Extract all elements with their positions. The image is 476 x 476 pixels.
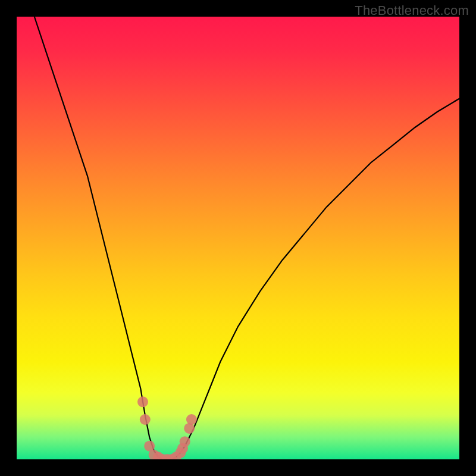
bottleneck-curve — [35, 17, 459, 459]
highlight-marker — [140, 414, 151, 425]
highlight-marker — [180, 436, 190, 447]
watermark-text: TheBottleneck.com — [355, 3, 469, 18]
plot-area — [17, 17, 459, 459]
curve-layer — [17, 17, 459, 459]
highlight-marker — [137, 396, 148, 407]
chart-frame: TheBottleneck.com — [0, 0, 476, 476]
highlight-marker — [186, 414, 197, 425]
